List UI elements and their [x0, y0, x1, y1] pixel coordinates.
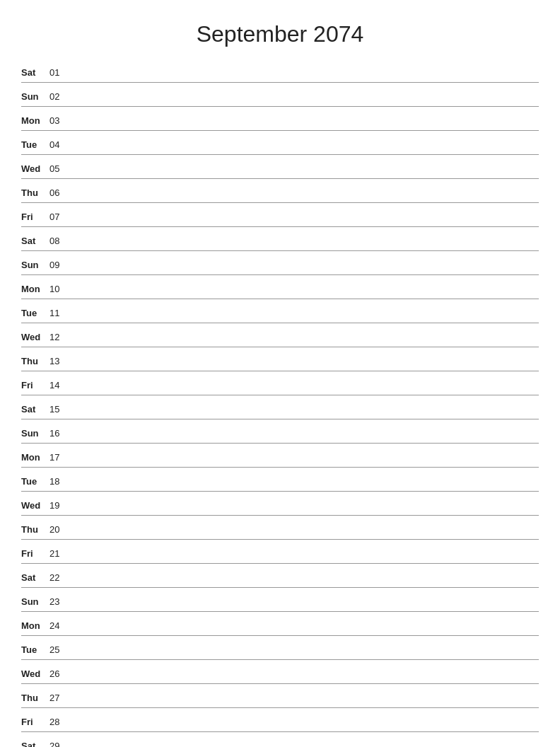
day-number: 06 — [49, 187, 71, 199]
day-name: Mon — [21, 452, 49, 464]
day-number: 29 — [49, 741, 71, 747]
table-row: Wed19 — [21, 494, 539, 516]
table-row: Tue18 — [21, 470, 539, 492]
day-name: Tue — [21, 476, 49, 488]
day-name: Tue — [21, 308, 49, 320]
day-number: 10 — [49, 284, 71, 296]
day-name: Sat — [21, 236, 49, 248]
table-row: Sun16 — [21, 422, 539, 444]
day-name: Sun — [21, 596, 49, 608]
day-name: Mon — [21, 115, 49, 127]
day-number: 25 — [49, 644, 71, 656]
table-row: Thu20 — [21, 519, 539, 540]
table-row: Thu13 — [21, 350, 539, 371]
table-row: Sat08 — [21, 230, 539, 251]
table-row: Sat22 — [21, 567, 539, 588]
day-name: Sat — [21, 404, 49, 416]
day-name: Sun — [21, 260, 49, 272]
table-row: Mon03 — [21, 110, 539, 131]
day-number: 22 — [49, 572, 71, 584]
calendar-page: September 2074 Sat01Sun02Mon03Tue04Wed05… — [0, 0, 560, 747]
table-row: Wed12 — [21, 326, 539, 347]
day-number: 05 — [49, 163, 71, 175]
day-name: Thu — [21, 524, 49, 536]
day-number: 23 — [49, 596, 71, 608]
calendar-title: September 2074 — [21, 14, 539, 47]
day-number: 18 — [49, 476, 71, 488]
day-name: Sat — [21, 572, 49, 584]
day-name: Wed — [21, 332, 49, 344]
day-name: Mon — [21, 284, 49, 296]
table-row: Wed26 — [21, 663, 539, 684]
table-row: Tue11 — [21, 302, 539, 323]
day-name: Sun — [21, 91, 49, 103]
day-name: Sat — [21, 67, 49, 79]
table-row: Mon10 — [21, 278, 539, 299]
day-name: Fri — [21, 548, 49, 560]
table-row: Sun23 — [21, 591, 539, 612]
table-row: Fri07 — [21, 206, 539, 227]
day-number: 17 — [49, 452, 71, 464]
day-name: Fri — [21, 717, 49, 729]
day-number: 24 — [49, 620, 71, 632]
day-name: Fri — [21, 380, 49, 392]
table-row: Sat01 — [21, 62, 539, 83]
day-number: 14 — [49, 380, 71, 392]
day-number: 09 — [49, 260, 71, 272]
day-number: 19 — [49, 500, 71, 512]
table-row: Fri28 — [21, 711, 539, 732]
day-number: 28 — [49, 717, 71, 729]
day-number: 11 — [49, 308, 71, 320]
day-name: Thu — [21, 356, 49, 368]
table-row: Sat29 — [21, 735, 539, 747]
table-row: Fri14 — [21, 374, 539, 395]
day-number: 07 — [49, 212, 71, 224]
day-number: 26 — [49, 668, 71, 681]
day-number: 12 — [49, 332, 71, 344]
day-name: Thu — [21, 693, 49, 705]
day-name: Fri — [21, 212, 49, 224]
day-number: 01 — [49, 67, 71, 79]
day-number: 27 — [49, 693, 71, 705]
table-row: Sun09 — [21, 254, 539, 275]
table-row: Thu06 — [21, 182, 539, 203]
table-row: Wed05 — [21, 158, 539, 179]
day-number: 02 — [49, 91, 71, 103]
day-name: Sat — [21, 741, 49, 747]
day-name: Wed — [21, 163, 49, 175]
day-number: 21 — [49, 548, 71, 560]
table-row: Tue04 — [21, 134, 539, 155]
day-number: 20 — [49, 524, 71, 536]
calendar-rows: Sat01Sun02Mon03Tue04Wed05Thu06Fri07Sat08… — [21, 62, 539, 747]
day-name: Wed — [21, 500, 49, 512]
table-row: Tue25 — [21, 639, 539, 660]
day-name: Sun — [21, 428, 49, 440]
day-number: 04 — [49, 139, 71, 151]
table-row: Sun02 — [21, 86, 539, 107]
table-row: Sat15 — [21, 398, 539, 419]
day-name: Mon — [21, 620, 49, 632]
table-row: Fri21 — [21, 543, 539, 564]
day-name: Thu — [21, 187, 49, 199]
table-row: Mon24 — [21, 615, 539, 636]
day-number: 13 — [49, 356, 71, 368]
day-name: Wed — [21, 668, 49, 681]
day-number: 08 — [49, 236, 71, 248]
day-number: 03 — [49, 115, 71, 127]
table-row: Mon17 — [21, 446, 539, 468]
table-row: Thu27 — [21, 687, 539, 708]
day-name: Tue — [21, 139, 49, 151]
day-number: 16 — [49, 428, 71, 440]
day-number: 15 — [49, 404, 71, 416]
day-name: Tue — [21, 644, 49, 656]
